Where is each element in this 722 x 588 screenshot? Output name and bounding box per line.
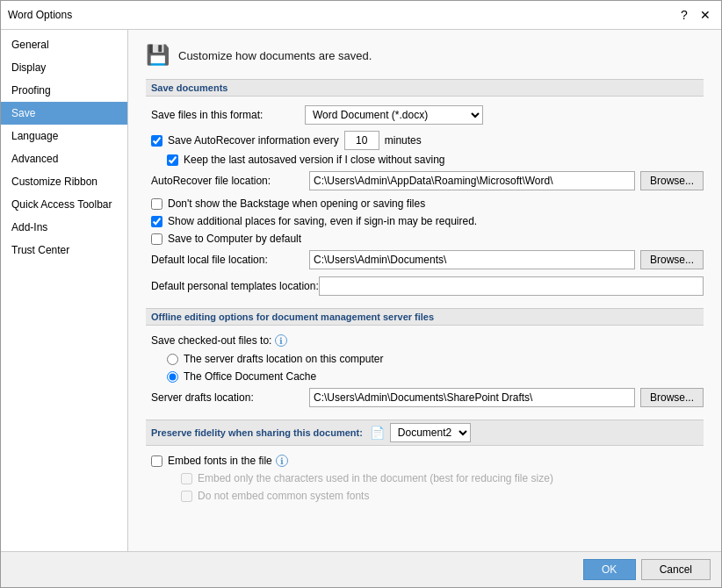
help-button[interactable]: ? [675, 6, 693, 24]
preserve-fidelity-title-row: Preserve fidelity when sharing this docu… [146, 419, 704, 446]
embed-fonts-info-icon[interactable]: ℹ [276, 455, 288, 467]
sidebar-item-add-ins[interactable]: Add-Ins [1, 216, 127, 239]
default-local-file-row: Default local file location: C:\Users\Ad… [146, 250, 704, 269]
autorecover-browse-button[interactable]: Browse... [640, 171, 704, 190]
sidebar: General Display Proofing Save Language A… [1, 30, 128, 551]
sidebar-item-general[interactable]: General [1, 33, 127, 56]
default-local-browse-button[interactable]: Browse... [640, 250, 704, 269]
server-drafts-radio[interactable] [167, 354, 178, 365]
preserve-fidelity-label: Preserve fidelity when sharing this docu… [151, 427, 363, 438]
save-checkedout-row: Save checked-out files to: ℹ [146, 334, 704, 347]
autorecover-label: Save AutoRecover information every [168, 134, 339, 147]
ok-button[interactable]: OK [583, 559, 636, 580]
title-bar-left: Word Options [8, 9, 72, 21]
show-additional-places-checkbox[interactable] [151, 216, 162, 227]
show-additional-places-row: Show additional places for saving, even … [146, 215, 704, 227]
server-drafts-location-input[interactable]: C:\Users\Admin\Documents\SharePoint Draf… [309, 388, 635, 407]
preserve-fidelity-section: Preserve fidelity when sharing this docu… [146, 419, 704, 502]
server-drafts-location-row: Server drafts location: C:\Users\Admin\D… [146, 388, 704, 407]
document-icon: 📄 [370, 426, 385, 440]
embed-only-used-row: Embed only the characters used in the do… [146, 472, 704, 484]
default-personal-templates-row: Default personal templates location: [146, 276, 704, 296]
sidebar-item-customize-ribbon[interactable]: Customize Ribbon [1, 170, 127, 193]
office-doc-cache-radio[interactable] [167, 371, 178, 383]
section-header: 💾 Customize how documents are saved. [146, 44, 704, 67]
autorecover-checkbox[interactable] [151, 135, 162, 147]
title-bar: Word Options ? ✕ [1, 1, 721, 30]
server-drafts-browse-button[interactable]: Browse... [640, 388, 704, 407]
document-select[interactable]: Document2 [390, 423, 471, 442]
title-bar-right: ? ✕ [675, 6, 714, 24]
do-not-embed-row: Do not embed common system fonts [146, 490, 704, 502]
server-drafts-label: The server drafts location on this compu… [184, 353, 383, 365]
keep-autosaved-row: Keep the last autosaved version if I clo… [146, 154, 704, 166]
office-doc-cache-radio-row: The Office Document Cache [146, 370, 704, 383]
cancel-button[interactable]: Cancel [641, 559, 711, 580]
autorecover-unit: minutes [385, 134, 422, 147]
autorecover-row: Save AutoRecover information every minut… [146, 131, 704, 150]
dont-show-backstage-label: Don't show the Backstage when opening or… [168, 197, 425, 210]
sidebar-item-proofing[interactable]: Proofing [1, 79, 127, 102]
sidebar-item-advanced[interactable]: Advanced [1, 147, 127, 170]
do-not-embed-label: Do not embed common system fonts [198, 490, 369, 502]
autorecover-number-input[interactable] [344, 131, 379, 150]
offline-editing-title: Offline editing options for document man… [146, 308, 704, 326]
sidebar-item-save[interactable]: Save [1, 102, 127, 125]
save-format-label: Save files in this format: [151, 109, 305, 121]
embed-only-used-label: Embed only the characters used in the do… [198, 472, 553, 484]
do-not-embed-checkbox[interactable] [181, 491, 192, 502]
sidebar-item-language[interactable]: Language [1, 125, 127, 147]
show-additional-places-label: Show additional places for saving, even … [168, 215, 477, 227]
autorecover-location-label: AutoRecover file location: [151, 175, 309, 187]
save-header-icon: 💾 [146, 44, 170, 67]
embed-only-used-checkbox[interactable] [181, 473, 192, 484]
embed-fonts-label: Embed fonts in the file [168, 455, 272, 467]
default-personal-templates-label: Default personal templates location: [151, 280, 319, 292]
save-to-computer-row: Save to Computer by default [146, 233, 704, 245]
autorecover-number-wrap [344, 131, 379, 150]
sidebar-item-trust-center[interactable]: Trust Center [1, 239, 127, 262]
doc-dropdown: 📄 Document2 [370, 423, 471, 442]
header-description: Customize how documents are saved. [178, 49, 372, 62]
autorecover-location-input[interactable]: C:\Users\Admin\AppData\Roaming\Microsoft… [309, 171, 635, 190]
dialog-footer: OK Cancel [1, 551, 721, 587]
dont-show-backstage-checkbox[interactable] [151, 198, 162, 210]
save-checkedout-label: Save checked-out files to: [151, 334, 271, 347]
offline-editing-section: Offline editing options for document man… [146, 308, 704, 407]
main-panel: 💾 Customize how documents are saved. Sav… [128, 30, 721, 551]
sidebar-item-quick-access-toolbar[interactable]: Quick Access Toolbar [1, 193, 127, 216]
save-documents-title: Save documents [146, 79, 704, 97]
default-local-file-input[interactable]: C:\Users\Admin\Documents\ [309, 250, 635, 269]
embed-fonts-row: Embed fonts in the file ℹ [146, 455, 704, 467]
save-format-row: Save files in this format: Word Document… [146, 105, 704, 125]
main-content: General Display Proofing Save Language A… [1, 30, 721, 551]
save-documents-section: Save documents Save files in this format… [146, 79, 704, 296]
autorecover-location-row: AutoRecover file location: C:\Users\Admi… [146, 171, 704, 190]
close-button[interactable]: ✕ [697, 6, 714, 24]
embed-fonts-checkbox[interactable] [151, 455, 162, 467]
keep-autosaved-checkbox[interactable] [167, 154, 178, 166]
dialog-title: Word Options [8, 9, 72, 21]
save-to-computer-checkbox[interactable] [151, 233, 162, 245]
save-to-computer-label: Save to Computer by default [168, 233, 301, 245]
keep-autosaved-label: Keep the last autosaved version if I clo… [184, 154, 445, 166]
office-doc-cache-label: The Office Document Cache [184, 370, 316, 383]
server-drafts-location-label: Server drafts location: [151, 391, 309, 404]
word-options-dialog: Word Options ? ✕ General Display Proofin… [0, 0, 722, 588]
default-personal-templates-input[interactable] [319, 276, 704, 296]
save-checkedout-info-icon[interactable]: ℹ [275, 334, 287, 347]
default-local-file-label: Default local file location: [151, 254, 309, 266]
sidebar-item-display[interactable]: Display [1, 56, 127, 79]
server-drafts-radio-row: The server drafts location on this compu… [146, 353, 704, 365]
dont-show-backstage-row: Don't show the Backstage when opening or… [146, 197, 704, 210]
save-format-select[interactable]: Word Document (*.docx) Word 97-2003 Docu… [305, 105, 483, 125]
